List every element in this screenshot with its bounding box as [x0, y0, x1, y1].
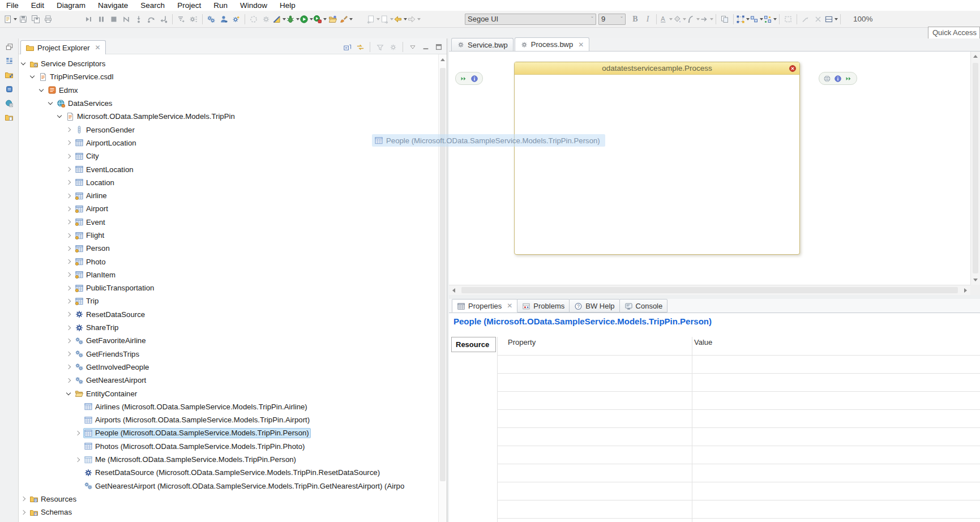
globe-icon[interactable]	[823, 75, 831, 83]
save-button[interactable]	[17, 12, 29, 26]
horizontal-sash[interactable]	[449, 295, 980, 299]
tree-item[interactable]: EntityContainer	[19, 387, 447, 400]
chevron-down-icon[interactable]	[417, 18, 421, 20]
menu-item-search[interactable]: Search	[134, 0, 171, 11]
tree-item[interactable]: Location	[19, 176, 447, 189]
customize-view-icon[interactable]	[387, 40, 399, 54]
tab-console[interactable]: Console	[619, 299, 668, 313]
tree-item[interactable]: Flight	[19, 229, 447, 242]
expander-icon[interactable]	[65, 363, 73, 371]
font-size-select[interactable]: 9ˇ	[598, 14, 626, 25]
expander-icon[interactable]	[65, 337, 73, 345]
scroll-up-icon[interactable]	[973, 55, 978, 58]
process-box-title-bar[interactable]: odatatestservicesample.Process	[515, 62, 799, 75]
tree-item[interactable]: Airlines (Microsoft.OData.SampleService.…	[19, 400, 447, 413]
open-resource-button[interactable]	[327, 12, 339, 26]
expander-icon[interactable]	[65, 376, 73, 384]
menu-item-edit[interactable]: Edit	[25, 0, 50, 11]
module-descriptors-view-icon[interactable]	[2, 111, 16, 123]
tree-item[interactable]: Me (Microsoft.OData.SampleService.Models…	[19, 453, 447, 466]
italic-button[interactable]: I	[641, 12, 654, 26]
expander-icon[interactable]	[65, 271, 73, 279]
chevron-down-icon[interactable]	[773, 18, 777, 20]
new-button[interactable]	[3, 12, 17, 26]
expander-icon[interactable]	[47, 100, 55, 108]
expander-icon[interactable]	[65, 178, 73, 186]
info-icon[interactable]	[834, 75, 842, 83]
save-all-button[interactable]	[29, 12, 42, 26]
distribute-button[interactable]	[763, 12, 777, 26]
scroll-right-icon[interactable]	[964, 288, 967, 293]
resume-icon[interactable]	[845, 75, 853, 83]
skip-breakpoints-button[interactable]	[83, 12, 95, 26]
minimize-icon[interactable]	[420, 40, 431, 54]
terminate-button[interactable]	[108, 12, 120, 26]
tree-item[interactable]: ResetDataSource (Microsoft.OData.SampleS…	[19, 466, 447, 479]
crossing-tool-button[interactable]	[812, 12, 824, 26]
line-color-button[interactable]	[686, 12, 700, 26]
tree-item[interactable]: ResetDataSource	[19, 308, 447, 321]
tree-item[interactable]: Photo	[19, 255, 447, 268]
font-color-button[interactable]: A	[659, 12, 673, 26]
expander-icon[interactable]	[20, 508, 28, 516]
tree-item[interactable]: PlanItem	[19, 268, 447, 281]
expander-icon[interactable]	[65, 126, 73, 134]
expander-icon[interactable]	[65, 245, 73, 253]
tree-item[interactable]: Airports (Microsoft.OData.SampleService.…	[19, 413, 447, 426]
expander-icon[interactable]	[65, 139, 73, 147]
bold-button[interactable]: B	[629, 12, 641, 26]
scrollbar-thumb[interactable]	[973, 63, 978, 273]
clean-button[interactable]	[247, 12, 260, 26]
expander-icon[interactable]	[38, 86, 46, 94]
filter-icon[interactable]	[374, 40, 386, 54]
view-menu-icon[interactable]	[407, 40, 418, 54]
generate-resources-button[interactable]	[230, 12, 242, 26]
tree-item[interactable]: Trip	[19, 294, 447, 307]
close-icon[interactable]: ✕	[507, 302, 512, 310]
debug-button[interactable]	[286, 12, 299, 26]
close-icon[interactable]: ✕	[95, 44, 100, 52]
expander-icon[interactable]	[74, 429, 82, 437]
expander-icon[interactable]	[29, 73, 37, 81]
palette-view-icon[interactable]	[2, 54, 16, 67]
tab-project-explorer[interactable]: Project Explorer ✕	[20, 40, 106, 54]
tree-item[interactable]: People (Microsoft.OData.SampleService.Mo…	[19, 426, 447, 439]
tree-item[interactable]: PublicTransportation	[19, 281, 447, 294]
tab-problems[interactable]: Problems	[517, 299, 570, 313]
scroll-up-icon[interactable]	[440, 58, 445, 61]
tree-item[interactable]: EventLocation	[19, 162, 447, 176]
tree-item[interactable]: Airline	[19, 189, 447, 202]
forward-button[interactable]	[407, 12, 421, 26]
disconnect-button[interactable]	[120, 12, 132, 26]
tree-item[interactable]: GetFriendsTrips	[19, 348, 447, 361]
tree-item[interactable]: DataServices	[19, 97, 447, 110]
font-family-select[interactable]: Segoe UIˇ	[465, 14, 596, 25]
restore-minimized-views-icon[interactable]	[2, 40, 16, 53]
refresh-button[interactable]	[260, 12, 272, 26]
close-process-icon[interactable]	[789, 65, 797, 72]
chevron-down-icon[interactable]	[835, 18, 838, 20]
run-button[interactable]	[299, 12, 313, 26]
expander-icon[interactable]	[65, 192, 73, 200]
zoom-level-select[interactable]: 100%	[850, 15, 876, 23]
expander-icon[interactable]	[65, 324, 73, 332]
fill-color-button[interactable]	[673, 12, 686, 26]
process-box[interactable]: odatatestservicesample.Process	[514, 62, 800, 255]
menu-item-diagram[interactable]: Diagram	[50, 0, 92, 11]
filter-steps-button[interactable]	[175, 12, 187, 26]
services-view-icon[interactable]	[2, 97, 16, 109]
diagram-guides-button[interactable]	[272, 12, 286, 26]
step-over-button[interactable]	[145, 12, 157, 26]
menu-item-project[interactable]: Project	[171, 0, 207, 11]
step-into-button[interactable]	[132, 12, 145, 26]
tree-item[interactable]: Schemas	[19, 506, 447, 519]
last-edit-location-button[interactable]	[366, 12, 380, 26]
data-source-view-icon[interactable]	[2, 83, 16, 95]
tree-item[interactable]: GetNearestAirport (Microsoft.OData.Sampl…	[19, 480, 447, 493]
select-tool-button[interactable]	[736, 12, 750, 26]
next-edit-location-button[interactable]	[380, 12, 393, 26]
tree-item[interactable]: Person	[19, 242, 447, 255]
editor-tab-service-bwp[interactable]: Service.bwp	[451, 38, 513, 51]
tree-item[interactable]: Edmx	[19, 84, 447, 97]
tree-item[interactable]: Event	[19, 216, 447, 229]
